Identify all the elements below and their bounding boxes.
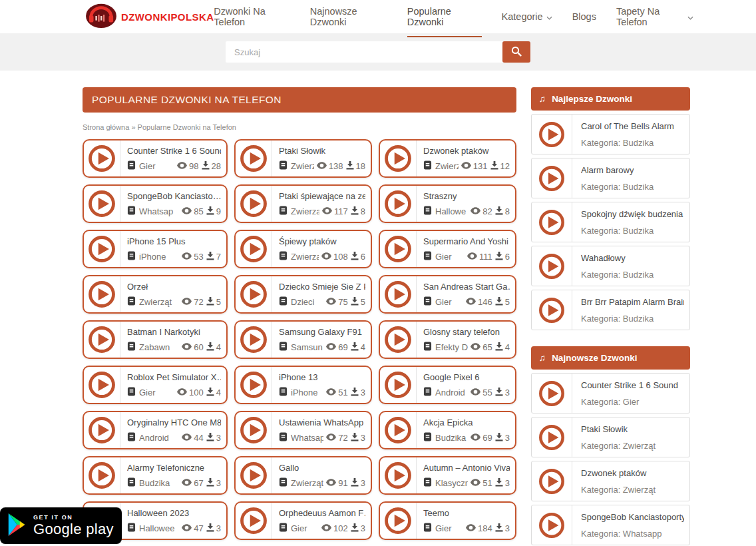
- ringtone-card[interactable]: Teemo Gier: [379, 501, 516, 540]
- ringtone-card[interactable]: Akcja Epicka Budzika: [379, 411, 516, 449]
- views-stat: 51: [326, 388, 347, 398]
- sidebar-ringtone-card[interactable]: Alarm barowy Kategoria: Budzika: [531, 158, 690, 198]
- play-button[interactable]: [380, 231, 417, 267]
- ringtone-title: Ptaki Słowik: [581, 424, 684, 434]
- play-button[interactable]: [84, 457, 120, 493]
- ringtone-info: Orphedeuus Aamon F… Gier: [272, 503, 371, 539]
- sidebar-ringtone-card[interactable]: Spokojny dźwięk budzenia Kategoria: Budz…: [531, 202, 690, 242]
- nav-najnowsze-dzwonki[interactable]: Najnowsze Dzwonki: [310, 0, 387, 37]
- views-stat: 60: [182, 342, 203, 352]
- play-button[interactable]: [532, 115, 572, 154]
- play-button[interactable]: [236, 276, 272, 312]
- sidebar-ringtone-card[interactable]: SpongeBob Kanciastoporty… Kategoria: Wha…: [531, 505, 690, 545]
- play-button[interactable]: [84, 367, 120, 403]
- play-button[interactable]: [236, 140, 272, 176]
- play-button[interactable]: [380, 367, 417, 403]
- play-button[interactable]: [532, 202, 572, 242]
- ringtone-card[interactable]: Ptaki Słowik Zwierzą: [234, 139, 372, 178]
- ringtone-card[interactable]: SpongeBob Kanciasto… Whatsap: [83, 184, 228, 223]
- downloads-count: 4: [361, 342, 365, 352]
- ringtone-card[interactable]: iPhone 15 Plus iPhone: [83, 230, 228, 268]
- play-button[interactable]: [532, 374, 572, 413]
- sidebar-ringtone-card[interactable]: Brr Brr Patapim Alarm Brain… Kategoria: …: [531, 290, 690, 330]
- play-button[interactable]: [532, 158, 572, 198]
- downloads-count: 5: [361, 297, 365, 307]
- sidebar-ringtone-card[interactable]: Ptaki Słowik Kategoria: Zwierząt: [531, 417, 690, 457]
- play-button[interactable]: [380, 457, 417, 493]
- ringtone-card[interactable]: Alarmy Telefoniczne Budzika: [83, 456, 228, 495]
- ringtone-card[interactable]: Oryginalny HTC One M8 Android: [83, 411, 228, 449]
- sidebar-ringtone-card[interactable]: Counter Strike 1 6 Sound Kategoria: Gier: [531, 373, 690, 413]
- play-button[interactable]: [380, 140, 417, 176]
- views-count: 138: [329, 161, 343, 171]
- ringtone-card[interactable]: Dziecko Smieje Sie Z Pi… Dzieci: [234, 275, 372, 314]
- play-button[interactable]: [532, 417, 572, 457]
- ringtone-card[interactable]: Orphedeuus Aamon F… Gier: [234, 501, 372, 540]
- nav-popularne-dzwonki[interactable]: Popularne Dzwonki: [407, 0, 482, 37]
- ringtone-card[interactable]: Orzeł Zwierząt: [83, 275, 228, 314]
- play-button[interactable]: [380, 412, 417, 448]
- nav-dzwonki-na-telefon[interactable]: Dzwonki Na Telefon: [214, 0, 289, 37]
- ringtone-card[interactable]: Straszny Hallowe: [379, 184, 516, 223]
- play-button[interactable]: [236, 503, 272, 539]
- views-stat: 69: [471, 433, 492, 443]
- play-button[interactable]: [84, 140, 120, 176]
- ringtone-card[interactable]: Google Pixel 6 Android: [379, 366, 516, 404]
- ringtone-card[interactable]: iPhone 13 iPhone: [234, 366, 372, 404]
- play-button[interactable]: [380, 322, 417, 358]
- ringtone-title: Orzeł: [127, 282, 221, 292]
- page-content: POPULARNE DZWONKI NA TELEFON Strona głów…: [0, 71, 756, 545]
- play-button[interactable]: [236, 186, 272, 222]
- play-button[interactable]: [236, 457, 272, 493]
- search-input[interactable]: [226, 41, 502, 63]
- breadcrumb-home-link[interactable]: Strona główna: [83, 123, 129, 131]
- sidebar-ringtone-card[interactable]: Wahadłowy Kategoria: Budzika: [531, 246, 690, 286]
- play-button[interactable]: [84, 412, 120, 448]
- ringtone-card[interactable]: Dzwonek ptaków Zwierzą: [379, 139, 516, 178]
- ringtone-card[interactable]: Batman I Narkotyki Zabawn: [83, 320, 228, 359]
- ringtone-card[interactable]: San Andreas Start Ga… Gier: [379, 275, 516, 314]
- ringtone-card[interactable]: Supermario And Yoshi … Gier: [379, 230, 516, 268]
- sidebar-ringtone-card[interactable]: Carol of The Bells Alarm Kategoria: Budz…: [531, 114, 690, 154]
- ringtone-card[interactable]: Autumn – Antonio Viva… Klasyczn: [379, 456, 516, 495]
- ringtone-card[interactable]: Ptaki śpiewające na ze… Zwierzą: [234, 184, 372, 223]
- play-button[interactable]: [84, 322, 120, 358]
- eye-icon: [326, 388, 336, 398]
- google-play-badge[interactable]: GET IT ON Google play: [0, 507, 122, 544]
- ringtone-card[interactable]: Counter Strike 1 6 Sound Gier: [83, 139, 228, 178]
- play-button[interactable]: [532, 290, 572, 330]
- ringtone-card[interactable]: Samsung Galaxy F91 Samsun: [234, 320, 372, 359]
- ringtone-card[interactable]: Śpiewy ptaków Zwierzą: [234, 230, 372, 268]
- downloads-count: 5: [216, 297, 221, 307]
- play-button[interactable]: [236, 412, 272, 448]
- play-button[interactable]: [380, 276, 417, 312]
- play-button[interactable]: [84, 231, 120, 267]
- ringtone-card[interactable]: Gallo Zwierząt: [234, 456, 372, 495]
- play-button[interactable]: [236, 322, 272, 358]
- play-button[interactable]: [84, 186, 120, 222]
- site-logo[interactable]: DZWONKIPOLSKA: [84, 1, 214, 32]
- downloads-stat: 3: [495, 433, 510, 443]
- search-button[interactable]: [502, 41, 530, 63]
- play-button[interactable]: [532, 461, 572, 501]
- sidebar-ringtone-card[interactable]: Dzwonek ptaków Kategoria: Zwierząt: [531, 461, 690, 501]
- download-icon: [351, 478, 359, 489]
- views-stat: 100: [177, 388, 204, 398]
- ringtone-card[interactable]: Ustawienia WhatsApp Whatsap: [234, 411, 372, 449]
- ringtone-card[interactable]: Roblox Pet Simulator X… Gier: [83, 366, 228, 404]
- nav-label: Kategorie: [502, 11, 543, 22]
- ringtone-card[interactable]: Glosny stary telefon Efekty D: [379, 320, 516, 359]
- play-button[interactable]: [236, 231, 272, 267]
- play-button[interactable]: [380, 186, 417, 222]
- ringtone-title: Spokojny dźwięk budzenia: [581, 209, 684, 219]
- nav-blogs[interactable]: Blogs: [572, 1, 596, 32]
- play-button[interactable]: [532, 505, 572, 545]
- play-button[interactable]: [532, 246, 572, 286]
- play-button[interactable]: [380, 503, 417, 539]
- nav-kategorie[interactable]: Kategorie: [502, 1, 552, 32]
- ringtone-category: Zwierzą: [279, 160, 314, 172]
- play-button[interactable]: [236, 367, 272, 403]
- play-button[interactable]: [84, 276, 120, 312]
- nav-tapety-na-telefon[interactable]: Tapety Na Telefon: [616, 0, 693, 37]
- book-icon: [127, 251, 136, 262]
